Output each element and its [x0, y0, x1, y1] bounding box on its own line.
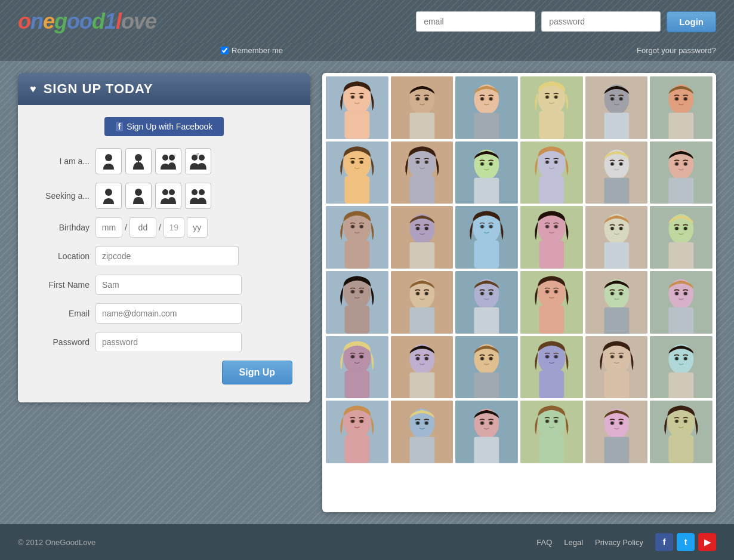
- svg-rect-120: [474, 241, 499, 269]
- svg-rect-141: [669, 242, 694, 269]
- seeking-woman-button[interactable]: [125, 183, 152, 209]
- svg-rect-50: [604, 113, 629, 139]
- birthday-label: Birthday: [36, 223, 90, 232]
- facebook-signup-button[interactable]: f Sign Up with Facebook: [104, 117, 224, 136]
- seeking-couple-button[interactable]: [185, 183, 211, 209]
- svg-point-252: [554, 420, 557, 423]
- iam-gender-icons: ♂♀ ⚥: [95, 148, 211, 174]
- svg-point-126: [554, 225, 557, 228]
- remember-me-checkbox[interactable]: [221, 47, 229, 54]
- birthday-dd-input[interactable]: [129, 217, 156, 238]
- svg-rect-225: [669, 372, 694, 398]
- iam-label: I am a...: [36, 156, 90, 166]
- man-woman-icon: ♂♀: [160, 153, 177, 170]
- location-label: Location: [36, 251, 90, 261]
- man-icon: [102, 153, 115, 170]
- svg-point-20: [351, 96, 354, 99]
- login-button[interactable]: Login: [667, 11, 716, 32]
- svg-rect-155: [409, 307, 434, 334]
- svg-rect-239: [409, 437, 434, 463]
- svg-rect-99: [669, 177, 694, 204]
- svg-point-153: [416, 292, 419, 295]
- email-input[interactable]: [95, 303, 242, 324]
- svg-rect-113: [409, 242, 434, 269]
- svg-point-13: [169, 189, 175, 195]
- svg-point-97: [676, 162, 679, 165]
- faq-link[interactable]: FAQ: [536, 538, 552, 547]
- firstname-input[interactable]: [95, 275, 242, 295]
- twitter-social-icon[interactable]: t: [677, 533, 695, 551]
- photo-cell: [391, 271, 454, 334]
- svg-point-76: [481, 162, 484, 165]
- birthday-yy-input[interactable]: [187, 217, 208, 238]
- legal-link[interactable]: Legal: [564, 538, 583, 547]
- svg-point-69: [416, 161, 419, 164]
- iam-couple-button[interactable]: ⚥: [185, 148, 211, 174]
- photo-cell: [455, 141, 518, 204]
- svg-point-224: [684, 357, 687, 360]
- svg-point-55: [676, 97, 679, 100]
- svg-point-84: [554, 161, 557, 164]
- photo-cell: [650, 401, 713, 463]
- seeking-couple-icon: [189, 187, 208, 204]
- photo-cell: [326, 271, 388, 334]
- photo-grid: [326, 76, 713, 463]
- birthday-century-input[interactable]: [164, 217, 184, 238]
- svg-point-15: [199, 189, 205, 195]
- iam-manwoman-button[interactable]: ♂♀: [155, 148, 181, 174]
- signup-button[interactable]: Sign Up: [222, 361, 292, 384]
- facebook-social-icon[interactable]: f: [655, 533, 673, 551]
- birthday-mm-input[interactable]: [95, 217, 122, 238]
- password-row: Password: [36, 332, 292, 352]
- header-sub: Remember me Forgot your password?: [0, 43, 734, 61]
- svg-point-35: [489, 97, 492, 100]
- iam-man-button[interactable]: [95, 148, 122, 174]
- svg-point-182: [684, 292, 687, 295]
- photo-cell: [585, 206, 648, 269]
- svg-point-1: [135, 154, 142, 161]
- seeking-manwoman-button[interactable]: [155, 183, 181, 209]
- youtube-social-icon[interactable]: ▶: [698, 533, 716, 551]
- facebook-icon: f: [116, 122, 124, 131]
- forgot-password-link[interactable]: Forgot your password?: [601, 46, 716, 55]
- logo-o: o: [18, 9, 30, 33]
- bday-sep-1: /: [125, 223, 127, 232]
- photo-cell: [650, 76, 713, 139]
- svg-rect-148: [344, 306, 369, 334]
- photo-cell: [585, 271, 648, 334]
- svg-point-147: [360, 290, 363, 293]
- svg-point-140: [684, 227, 687, 230]
- svg-point-28: [425, 97, 428, 100]
- iam-woman-button[interactable]: [125, 148, 152, 174]
- svg-rect-267: [669, 435, 694, 463]
- svg-point-209: [545, 355, 548, 358]
- location-input[interactable]: [95, 246, 239, 266]
- svg-point-104: [351, 225, 354, 228]
- svg-point-42: [554, 96, 557, 99]
- photo-cell: [520, 401, 583, 463]
- svg-point-132: [610, 227, 613, 230]
- svg-rect-78: [474, 177, 499, 204]
- logo-e: e: [43, 9, 54, 33]
- svg-rect-183: [669, 307, 694, 334]
- password-input[interactable]: [95, 332, 242, 352]
- couple-icon: ⚥: [189, 153, 208, 170]
- header-email-input[interactable]: [416, 11, 535, 32]
- footer-copyright: © 2012 OneGoodLove: [18, 538, 95, 547]
- header-password-input[interactable]: [541, 11, 661, 32]
- photo-cell: [650, 336, 713, 399]
- svg-point-265: [676, 420, 679, 423]
- seeking-man-button[interactable]: [95, 183, 122, 209]
- svg-point-10: [105, 189, 112, 196]
- svg-rect-162: [474, 307, 499, 334]
- svg-rect-232: [344, 435, 369, 463]
- facebook-btn-label: Sign Up with Facebook: [127, 122, 212, 131]
- privacy-link[interactable]: Privacy Policy: [595, 538, 643, 547]
- svg-text:♂♀: ♂♀: [170, 153, 177, 158]
- svg-rect-176: [604, 307, 629, 334]
- svg-point-91: [619, 162, 622, 165]
- svg-rect-218: [604, 370, 629, 398]
- svg-point-34: [481, 97, 484, 100]
- svg-point-202: [481, 357, 484, 360]
- photo-cell: [391, 76, 454, 139]
